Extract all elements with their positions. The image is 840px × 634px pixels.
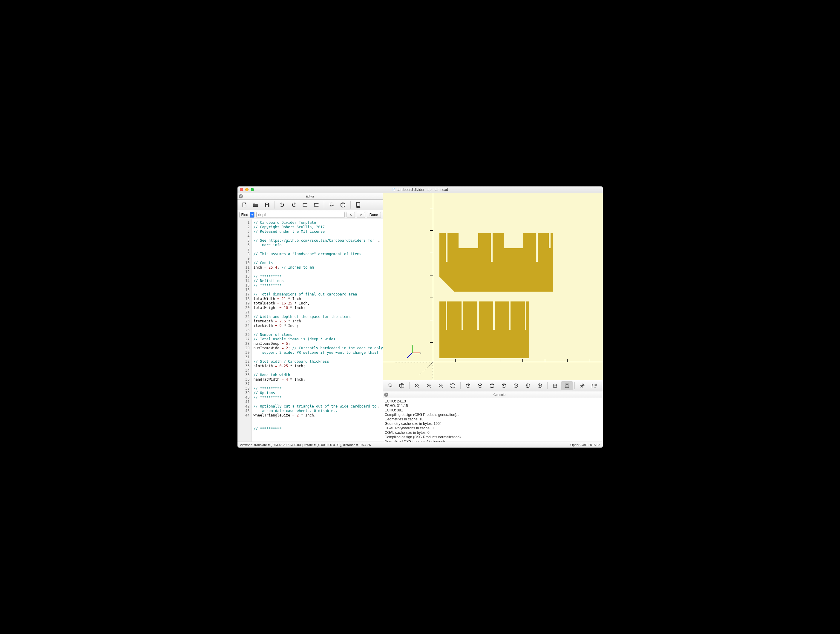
code-editor[interactable]: 1234567891011121314151617181920212223242…: [237, 219, 383, 441]
svg-text:10: 10: [594, 384, 597, 386]
view-left-icon[interactable]: [498, 381, 510, 390]
find-done-button[interactable]: Done: [367, 212, 381, 218]
view-diagonal-icon[interactable]: [534, 381, 545, 390]
window-title: 📄 cardboard divider - ap - cut.scad: [237, 188, 603, 192]
console-pane: ✕ Console ECHO: 241.3ECHO: 311.15ECHO: 3…: [383, 391, 603, 441]
preview-button[interactable]: [327, 201, 337, 209]
line-gutter: 1234567891011121314151617181920212223242…: [237, 219, 252, 441]
svg-rect-19: [566, 384, 568, 387]
export-stl-button[interactable]: STL: [353, 201, 363, 209]
zoom-out-icon[interactable]: [435, 381, 447, 390]
preview-icon[interactable]: [384, 381, 395, 390]
view-top-icon[interactable]: [474, 381, 486, 390]
viewport-status: Viewport: translate = [ 253.46 317.64 0.…: [240, 443, 371, 447]
view-back-icon[interactable]: [522, 381, 534, 390]
svg-point-3: [330, 202, 333, 206]
svg-point-14: [388, 383, 391, 387]
view-front-icon[interactable]: [510, 381, 521, 390]
indent-button[interactable]: [311, 201, 321, 209]
svg-text:STL: STL: [356, 206, 360, 208]
undo-button[interactable]: [277, 201, 287, 209]
view-toolbar: 10: [383, 380, 603, 391]
close-console-icon[interactable]: ✕: [384, 392, 388, 397]
console-title: Console: [383, 393, 603, 397]
open-file-button[interactable]: [251, 201, 261, 209]
svg-rect-2: [266, 205, 268, 207]
editor-header: ✕ Editor: [237, 193, 383, 199]
console-header: ✕ Console: [383, 391, 603, 398]
scale-markers-icon[interactable]: 10: [589, 381, 600, 390]
svg-rect-1: [266, 203, 268, 204]
editor-toolbar: STL: [237, 199, 383, 210]
save-file-button[interactable]: [262, 201, 272, 209]
find-prev-button[interactable]: <: [346, 212, 355, 218]
unindent-button[interactable]: [300, 201, 310, 209]
perspective-icon[interactable]: [549, 381, 561, 390]
editor-pane: ✕ Editor STL Find: [237, 193, 383, 441]
view-all-icon[interactable]: [411, 381, 423, 390]
reset-view-icon[interactable]: [447, 381, 458, 390]
console-output[interactable]: ECHO: 241.3ECHO: 311.15ECHO: 381Compilin…: [383, 398, 603, 441]
find-input[interactable]: [256, 212, 345, 218]
app-version: OpenSCAD 2015.03: [570, 443, 600, 447]
titlebar: 📄 cardboard divider - ap - cut.scad: [237, 187, 603, 193]
render-button[interactable]: [338, 201, 348, 209]
app-window: 📄 cardboard divider - ap - cut.scad ✕ Ed…: [237, 187, 603, 447]
document-icon: 📄: [392, 188, 395, 191]
3d-viewport[interactable]: x y: [383, 193, 603, 380]
view-pane: x y: [383, 193, 603, 441]
code-content[interactable]: // Cardboard Divider Template// Copyrigh…: [252, 219, 383, 441]
svg-line-13: [419, 362, 433, 376]
axes-icon[interactable]: [576, 381, 588, 390]
find-next-button[interactable]: >: [357, 212, 365, 218]
statusbar: Viewport: translate = [ 253.46 317.64 0.…: [237, 441, 603, 447]
editor-title: Editor: [237, 194, 383, 198]
zoom-in-icon[interactable]: [423, 381, 435, 390]
svg-rect-18: [565, 384, 569, 388]
render-icon[interactable]: [396, 381, 407, 390]
orthogonal-icon[interactable]: [561, 381, 573, 390]
new-file-button[interactable]: [239, 201, 249, 209]
find-mode-select[interactable]: Find: [239, 212, 254, 218]
view-bottom-icon[interactable]: [486, 381, 498, 390]
redo-button[interactable]: [289, 201, 299, 209]
find-bar: Find < > Done: [237, 210, 383, 219]
view-right-icon[interactable]: [463, 381, 474, 390]
close-pane-icon[interactable]: ✕: [239, 194, 243, 198]
